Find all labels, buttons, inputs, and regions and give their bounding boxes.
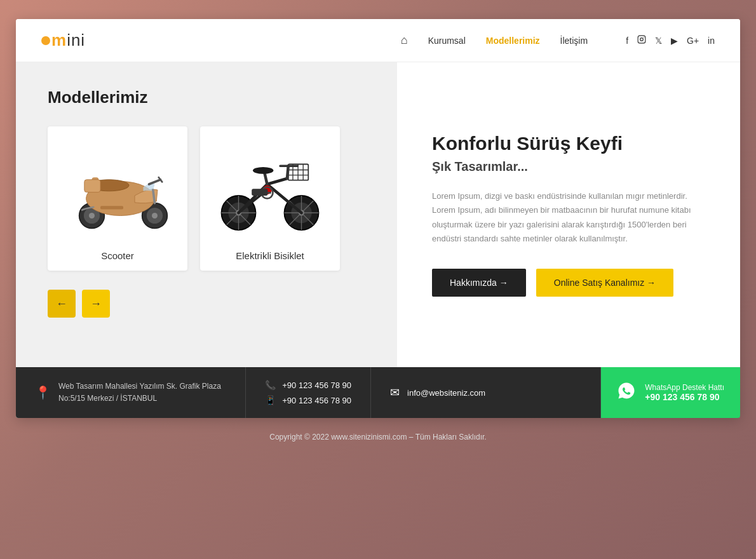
instagram-icon[interactable] <box>637 35 646 46</box>
facebook-icon[interactable]: f <box>626 36 628 46</box>
header: mini ⌂ Kurumsal Modellerimiz İletişim f … <box>16 19 740 62</box>
scooter-label: Scooter <box>57 250 178 261</box>
phone-item-2: 📱 +90 123 456 78 90 <box>265 395 351 405</box>
nav-kurumsal[interactable]: Kurumsal <box>428 36 466 46</box>
ebike-image <box>210 139 330 241</box>
svg-point-36 <box>253 167 273 174</box>
whatsapp-icon <box>617 381 636 405</box>
linkedin-icon[interactable]: in <box>708 36 715 46</box>
svg-line-33 <box>267 178 288 184</box>
hakkimizda-button[interactable]: Hakkımızda → <box>432 269 526 297</box>
location-icon: 📍 <box>35 385 51 400</box>
svg-point-8 <box>152 213 158 219</box>
footer-address: 📍 Web Tasarım Mahallesi Yazılım Sk. Graf… <box>16 367 246 418</box>
models-title: Modellerimiz <box>48 88 365 107</box>
googleplus-icon[interactable]: G+ <box>687 36 699 46</box>
whatsapp-text: WhatsApp Destek Hattı +90 123 456 78 90 <box>645 383 724 402</box>
products-grid: Scooter <box>48 126 365 271</box>
svg-rect-0 <box>638 36 645 43</box>
footer-whatsapp[interactable]: WhatsApp Destek Hattı +90 123 456 78 90 <box>601 367 740 418</box>
copyright-text: Copyright © 2022 www.sitenizinismi.com –… <box>269 433 486 441</box>
product-card-scooter[interactable]: Scooter <box>48 126 187 271</box>
nav-iletisim[interactable]: İletişim <box>560 36 588 46</box>
svg-point-2 <box>644 37 644 37</box>
footer-email: ✉ info@websiteniz.com <box>371 367 601 418</box>
logo-text: mini <box>51 30 85 50</box>
phone-icon-2: 📱 <box>265 395 276 405</box>
hero-subtitle: Şık Tasarımlar... <box>432 159 705 174</box>
email-icon: ✉ <box>390 386 400 400</box>
main-nav: ⌂ Kurumsal Modellerimiz İletişim <box>401 34 588 47</box>
right-panel: Konforlu Sürüş Keyfi Şık Tasarımlar... L… <box>397 62 740 367</box>
scooter-image <box>57 139 178 241</box>
phone-icon-1: 📞 <box>265 380 276 390</box>
hero-description: Lorem Ipsum, dizgi ve baskı endüstrisind… <box>432 189 705 245</box>
svg-rect-12 <box>84 180 100 192</box>
online-satis-button[interactable]: Online Satış Kanalımız → <box>536 269 673 297</box>
nav-modellerimiz[interactable]: Modellerimiz <box>486 36 540 46</box>
bottom-bar: Copyright © 2022 www.sitenizinismi.com –… <box>0 418 756 455</box>
youtube-icon[interactable]: ▶ <box>671 36 678 46</box>
footer-phone: 📞 +90 123 456 78 90 📱 +90 123 456 78 90 <box>246 367 371 418</box>
next-button[interactable]: → <box>82 290 110 318</box>
hero-title: Konforlu Sürüş Keyfi <box>432 133 705 154</box>
prev-button[interactable]: ← <box>48 290 76 318</box>
address-text: Web Tasarım Mahallesi Yazılım Sk. Grafik… <box>58 381 226 405</box>
whatsapp-number: +90 123 456 78 90 <box>645 392 724 402</box>
svg-line-13 <box>149 180 161 184</box>
svg-rect-48 <box>252 189 267 196</box>
svg-rect-16 <box>100 206 123 209</box>
cta-buttons: Hakkımızda → Online Satış Kanalımız → <box>432 269 705 297</box>
left-panel: Modellerimiz <box>16 62 397 367</box>
nav-buttons: ← → <box>48 290 365 318</box>
svg-point-1 <box>640 38 644 41</box>
phone-item-1: 📞 +90 123 456 78 90 <box>265 380 351 390</box>
product-card-ebike[interactable]: Elektrikli Bisiklet <box>200 126 340 271</box>
content-area: Modellerimiz <box>16 62 740 367</box>
footer: 📍 Web Tasarım Mahallesi Yazılım Sk. Graf… <box>16 367 740 418</box>
logo-dot <box>41 36 50 45</box>
logo: mini <box>41 30 85 50</box>
social-icons: f 𝕏 ▶ G+ in <box>626 35 715 46</box>
nav-home[interactable]: ⌂ <box>401 34 408 47</box>
whatsapp-label: WhatsApp Destek Hattı <box>645 383 724 392</box>
svg-point-5 <box>89 213 95 219</box>
ebike-label: Elektrikli Bisiklet <box>210 250 330 261</box>
twitter-icon[interactable]: 𝕏 <box>655 36 662 46</box>
